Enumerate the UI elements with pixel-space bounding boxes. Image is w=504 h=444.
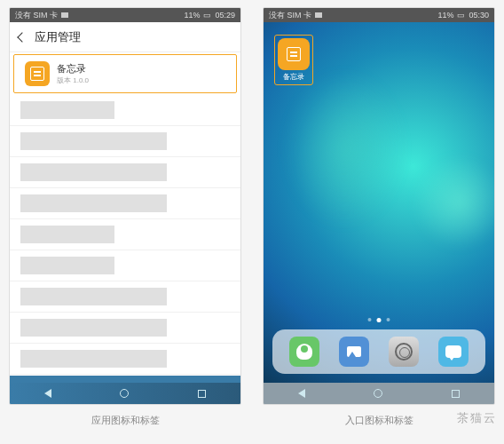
list-item[interactable] [10,219,240,250]
nav-bar [10,383,240,404]
page-dot [368,318,372,321]
dock-contacts-icon[interactable] [289,337,319,367]
bottom-strip [10,376,240,383]
phone-right-home-screen: 没有 SIM 卡 11% ▭ 05:30 备忘录 [263,7,495,405]
sim-status: 没有 SIM 卡 [15,10,58,21]
clock-time: 05:29 [215,11,235,20]
dock-messages-icon[interactable] [438,337,469,367]
signal-icon [315,12,322,18]
list-item[interactable] [10,95,240,126]
nav-back-icon[interactable] [44,389,51,398]
battery-icon: ▭ [457,11,465,20]
app-version: 版本 1.0.0 [57,75,89,85]
home-app-label: 备忘录 [283,72,304,82]
nav-recent-icon[interactable] [198,390,206,398]
back-icon[interactable] [17,32,27,42]
status-bar: 没有 SIM 卡 11% ▭ 05:29 [10,8,240,22]
phone-caption-left: 应用图标和标签 [91,414,160,427]
home-app-notes[interactable]: 备忘录 [274,35,313,85]
dock-gallery-icon[interactable] [339,337,369,367]
nav-bar [264,383,494,404]
list-item[interactable] [10,126,240,157]
list-item[interactable] [10,313,240,344]
app-item-notes[interactable]: 备忘录 版本 1.0.0 [13,54,237,93]
battery-icon: ▭ [203,11,211,20]
page-indicator [368,318,390,322]
dock-camera-icon[interactable] [389,337,419,367]
page-dot-current [377,318,382,322]
nav-home-icon[interactable] [120,389,129,398]
home-screen[interactable]: 备忘录 [264,22,494,383]
list-item[interactable] [10,344,240,375]
dock [272,329,485,374]
notes-icon [278,38,310,70]
header: 应用管理 [10,22,240,52]
notes-icon [25,61,50,86]
page-dot [387,318,390,321]
app-name: 备忘录 [57,62,89,75]
clock-time: 05:30 [469,11,489,20]
list-item[interactable] [10,281,240,313]
list-item[interactable] [10,250,240,281]
nav-back-icon[interactable] [298,389,305,398]
sim-status: 没有 SIM 卡 [269,10,311,21]
battery-percent: 11% [437,11,453,20]
phone-caption-right: 入口图标和标签 [345,414,413,427]
list-item[interactable] [10,157,240,188]
list-item[interactable] [10,188,240,219]
status-bar: 没有 SIM 卡 11% ▭ 05:30 [264,8,494,22]
battery-percent: 11% [184,11,200,20]
signal-icon [61,12,68,18]
nav-home-icon[interactable] [374,389,382,398]
app-list: 备忘录 版本 1.0.0 [10,52,240,377]
nav-recent-icon[interactable] [452,390,460,398]
watermark: 茶猫云 [457,410,497,426]
page-title: 应用管理 [35,29,81,45]
phone-left-app-management: 没有 SIM 卡 11% ▭ 05:29 应用管理 [9,7,241,405]
